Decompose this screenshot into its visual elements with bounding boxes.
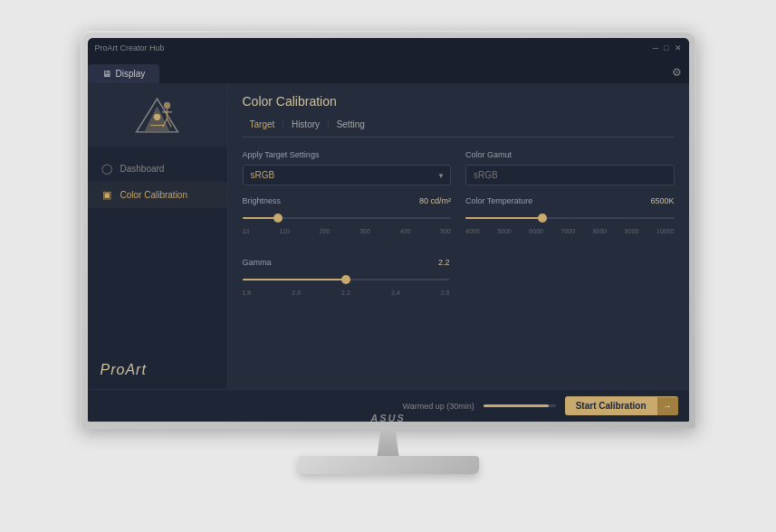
tab-setting[interactable]: Setting	[330, 118, 372, 131]
asus-logo: ASUS	[370, 413, 406, 423]
gamma-fill	[243, 279, 346, 280]
sub-tabs: Target | History | Setting	[243, 118, 675, 138]
color-temp-label: Color Temperature	[465, 196, 532, 205]
color-temp-thumb[interactable]	[538, 214, 547, 223]
color-gamut-input[interactable]	[465, 165, 675, 185]
tab-target[interactable]: Target	[243, 118, 283, 131]
gamma-slider-wrapper[interactable]	[243, 272, 450, 287]
display-tab-icon: 🖥	[102, 69, 111, 79]
apply-target-label: Apply Target Settings	[243, 150, 452, 159]
sidebar-nav: ◯ Dashboard ▣ Color Calibration	[88, 147, 227, 217]
brightness-section: Brightness 80 cd/m² 10	[243, 196, 452, 234]
sidebar-item-color-calibration[interactable]: ▣ Color Calibration	[88, 182, 227, 208]
monitor-bezel: ProArt Creator Hub ─ □ ✕ 🖥 Display ⚙	[81, 31, 696, 429]
monitor-stand	[298, 456, 479, 474]
color-calibration-icon: ▣	[101, 189, 113, 201]
monitor-neck	[370, 429, 407, 456]
maximize-button[interactable]: □	[664, 43, 668, 52]
dashboard-icon: ◯	[101, 163, 113, 175]
close-button[interactable]: ✕	[675, 43, 682, 52]
start-calibration-arrow-icon: →	[657, 397, 678, 415]
apply-target-select[interactable]: sRGB AdobeRGB DCI-P3	[243, 165, 452, 185]
gamma-thumb[interactable]	[341, 275, 350, 284]
display-tab[interactable]: 🖥 Display	[88, 64, 160, 83]
color-gamut-label: Color Gamut	[465, 150, 675, 159]
window-controls: ─ □ ✕	[653, 43, 682, 52]
color-temp-fill	[465, 217, 542, 219]
brightness-slider-wrapper[interactable]	[243, 211, 452, 225]
sidebar-item-dashboard[interactable]: ◯ Dashboard	[88, 156, 227, 182]
brightness-track	[243, 217, 452, 219]
proart-brand-label: ProArt	[88, 351, 227, 389]
color-temp-value: 6500K	[650, 196, 674, 205]
brightness-label: Brightness	[243, 196, 282, 205]
brightness-value: 80 cd/m²	[419, 196, 451, 205]
warmup-label: Warmed up (30min)	[403, 402, 474, 411]
apply-target-select-wrapper: sRGB AdobeRGB DCI-P3 ▼	[243, 165, 452, 185]
color-gamut-section: Color Gamut	[465, 150, 675, 185]
color-temp-slider-wrapper[interactable]	[465, 211, 675, 225]
gamma-header: Gamma 2.2	[243, 258, 450, 267]
page-title: Color Calibration	[243, 94, 675, 109]
tab-bar: 🖥 Display ⚙	[88, 58, 689, 83]
brightness-ticks: 10 110 200 300 400 500	[243, 228, 452, 234]
svg-point-4	[164, 101, 170, 108]
main-content: ◯ Dashboard ▣ Color Calibration ProArt C…	[88, 83, 689, 389]
color-temp-ticks: 4000 5000 6000 7000 8000 9000 10000	[465, 228, 675, 234]
display-tab-label: Display	[116, 69, 146, 79]
start-calibration-button[interactable]: Start Calibration →	[565, 396, 678, 415]
proart-logo-graphic	[132, 90, 182, 140]
content-area: Color Calibration Target | History | Set…	[228, 83, 689, 389]
minimize-button[interactable]: ─	[653, 43, 658, 52]
brightness-header: Brightness 80 cd/m²	[243, 196, 452, 205]
warmup-bar-fill	[484, 404, 549, 407]
start-calibration-label: Start Calibration	[576, 401, 647, 411]
sidebar-item-dashboard-label: Dashboard	[120, 164, 165, 174]
gamma-section: Gamma 2.2 1.8 2.0 2.2	[243, 258, 450, 296]
gamma-track	[243, 279, 450, 280]
settings-gear-icon[interactable]: ⚙	[672, 66, 682, 79]
screen: ProArt Creator Hub ─ □ ✕ 🖥 Display ⚙	[88, 38, 689, 422]
app-title: ProArt Creator Hub	[95, 43, 165, 52]
gamma-label: Gamma	[243, 258, 272, 267]
color-temp-track	[465, 217, 675, 219]
sidebar-item-color-calibration-label: Color Calibration	[120, 190, 187, 200]
apply-target-section: Apply Target Settings sRGB AdobeRGB DCI-…	[243, 150, 452, 185]
tab-history[interactable]: History	[284, 118, 327, 131]
gamma-value: 2.2	[438, 258, 450, 267]
title-bar: ProArt Creator Hub ─ □ ✕	[88, 38, 689, 58]
gamma-ticks: 1.8 2.0 2.2 2.4 2.6	[243, 290, 450, 296]
monitor-outer: ProArt Creator Hub ─ □ ✕ 🖥 Display ⚙	[72, 31, 705, 501]
color-temp-header: Color Temperature 6500K	[465, 196, 675, 205]
svg-point-2	[154, 113, 160, 119]
brightness-thumb[interactable]	[273, 214, 283, 223]
sliders-row: Brightness 80 cd/m² 10	[243, 196, 675, 247]
color-temp-section: Color Temperature 6500K 4000	[465, 196, 675, 234]
sidebar: ◯ Dashboard ▣ Color Calibration ProArt	[88, 83, 228, 389]
top-form-row: Apply Target Settings sRGB AdobeRGB DCI-…	[243, 150, 675, 185]
sidebar-logo	[88, 83, 227, 147]
warmup-progress-bar	[484, 404, 556, 407]
